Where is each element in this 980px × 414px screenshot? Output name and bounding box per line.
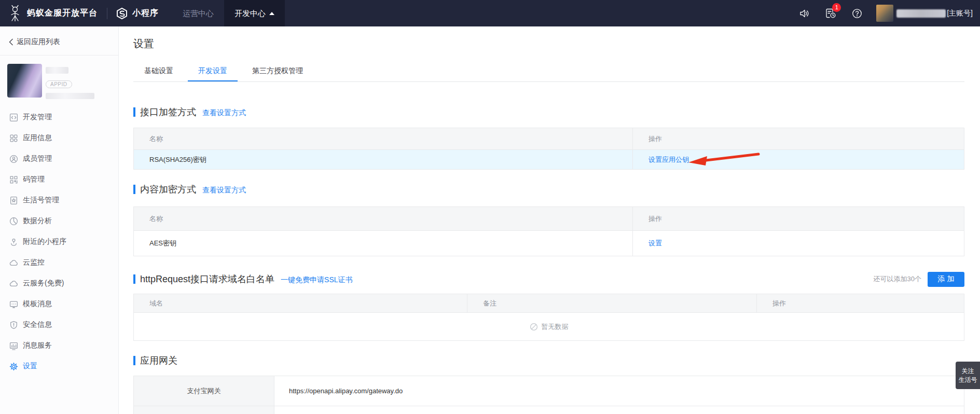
section-content-encryption: 内容加密方式 查看设置方式 名称 操作 AES密钥 设置 (133, 183, 964, 256)
tab-dev-settings[interactable]: 开发设置 (188, 66, 238, 81)
column-header-action: 操作 (632, 128, 964, 149)
sidebar-item-label: 开发管理 (23, 113, 52, 122)
sidebar-item-app-info[interactable]: 应用信息 (0, 128, 118, 148)
main-content: 设置 基础设置 开发设置 第三方授权管理 接口加签方式 查看设置方式 名称 操作… (119, 26, 980, 414)
sidebar-item-label: 码管理 (23, 175, 45, 184)
column-header-name: 名称 (134, 128, 632, 149)
gateway-table: 支付宝网关 https://openapi.alipay.com/gateway… (133, 376, 964, 414)
nav-menu: 运营中心 开发中心 (172, 0, 285, 26)
notification-badge: 1 (832, 3, 841, 12)
sidebar-item-dev-management[interactable]: 开发管理 (0, 107, 118, 128)
view-setup-guide-link[interactable]: 查看设置方式 (202, 186, 246, 195)
caret-up-icon (269, 12, 274, 15)
code-icon (9, 113, 18, 122)
miniprogram-logo-icon (116, 7, 128, 20)
set-aes-key-link[interactable]: 设置 (648, 239, 662, 248)
sidebar-item-template-message[interactable]: 模板消息 (0, 294, 118, 314)
settings-tabs: 基础设置 开发设置 第三方授权管理 (133, 66, 964, 82)
sidebar-item-label: 云监控 (23, 258, 45, 267)
section-title: 内容加密方式 (140, 183, 196, 196)
apply-ssl-cert-link[interactable]: 一键免费申请SSL证书 (281, 275, 352, 285)
monitor-bars-icon (9, 341, 18, 350)
account-avatar[interactable] (876, 5, 893, 22)
section-title: 应用网关 (140, 354, 177, 367)
sidebar-divider (0, 55, 118, 56)
follow-tag-line2: 生活号 (959, 376, 977, 384)
sidebar-item-label: 安全信息 (23, 320, 52, 329)
column-header-name: 名称 (134, 207, 632, 230)
sidebar-item-nearby[interactable]: 附近的小程序 (0, 231, 118, 252)
nav-operations-center[interactable]: 运营中心 (172, 0, 224, 26)
brand-title: 蚂蚁金服开放平台 (27, 8, 98, 19)
sidebar-menu: 开发管理 应用信息 成员管理 码管理 生活号管理 (0, 107, 118, 377)
table-row-rsa-key: RSA(SHA256)密钥 设置应用公钥 (134, 149, 964, 169)
account-name-redacted (896, 9, 946, 18)
app-meta: APPID (46, 64, 94, 99)
set-app-public-key-link[interactable]: 设置应用公钥 (648, 155, 689, 164)
sidebar-item-label: 数据分析 (23, 216, 52, 226)
sidebar-item-members[interactable]: 成员管理 (0, 148, 118, 169)
sidebar-item-label: 云服务(免费) (23, 279, 64, 288)
cloud-icon (9, 258, 18, 267)
sidebar-item-security-info[interactable]: 安全信息 (0, 314, 118, 335)
sidebar-item-label: 附近的小程序 (23, 237, 66, 246)
gateway-label: 支付宝网关 (134, 376, 274, 406)
add-domain-button[interactable]: 添 加 (928, 272, 964, 287)
empty-state-text: 暂无数据 (542, 322, 569, 332)
appid-badge: APPID (46, 80, 72, 88)
speaker-icon[interactable] (798, 8, 810, 19)
app-name-redacted (46, 67, 68, 74)
gateway-label-partial (134, 406, 274, 414)
ant-logo-icon (7, 5, 23, 22)
tab-third-party-auth[interactable]: 第三方授权管理 (242, 66, 313, 81)
rsa-key-name: RSA(SHA256)密钥 (134, 150, 632, 169)
tab-basic-settings[interactable]: 基础设置 (134, 66, 184, 81)
sidebar: 返回应用列表 APPID 开发管理 应用信息 (0, 26, 119, 414)
follow-life-account-tag[interactable]: 关注 生活号 (956, 362, 980, 389)
sidebar-item-cloud-service[interactable]: 云服务(免费) (0, 273, 118, 294)
app-blocks-icon (9, 134, 18, 143)
sidebar-item-message-service[interactable]: 消息服务 (0, 335, 118, 356)
life-account-icon (9, 196, 18, 205)
member-icon (9, 155, 18, 163)
notification-icon[interactable]: 1 (824, 7, 837, 20)
table-row-alipay-gateway: 支付宝网关 https://openapi.alipay.com/gateway… (134, 376, 964, 406)
sidebar-item-label: 模板消息 (23, 299, 52, 309)
brand-area: 蚂蚁金服开放平台 小程序 (7, 5, 159, 22)
app-card: APPID (7, 64, 118, 98)
empty-state: 暂无数据 (134, 312, 964, 340)
sidebar-item-cloud-monitor[interactable]: 云监控 (0, 252, 118, 273)
section-accent-bar (133, 274, 135, 284)
back-link-label: 返回应用列表 (17, 37, 60, 47)
table-row-aes-key: AES密钥 设置 (134, 230, 964, 256)
whitelist-table: 域名 备注 操作 暂无数据 (133, 294, 964, 341)
column-header-remark: 备注 (467, 294, 756, 312)
section-accent-bar (133, 107, 135, 117)
section-accent-bar (133, 356, 135, 365)
sidebar-item-analytics[interactable]: 数据分析 (0, 211, 118, 231)
top-navbar: 蚂蚁金服开放平台 小程序 运营中心 开发中心 (0, 0, 980, 26)
view-setup-guide-link[interactable]: 查看设置方式 (202, 108, 246, 118)
no-data-icon (530, 323, 538, 331)
section-title: 接口加签方式 (140, 106, 196, 118)
section-domain-whitelist: httpRequest接口请求域名白名单 一键免费申请SSL证书 还可以添加30… (133, 272, 964, 341)
section-api-signing: 接口加签方式 查看设置方式 名称 操作 RSA(SHA256)密钥 设置应用公钥 (133, 105, 964, 170)
section-title: httpRequest接口请求域名白名单 (140, 273, 274, 285)
section-accent-bar (133, 185, 135, 194)
sidebar-item-settings[interactable]: 设置 (0, 356, 118, 377)
gear-icon (9, 362, 18, 371)
help-icon[interactable] (851, 8, 863, 19)
aes-key-name: AES密钥 (134, 231, 632, 256)
column-header-domain: 域名 (134, 294, 467, 312)
signing-table: 名称 操作 RSA(SHA256)密钥 设置应用公钥 (133, 128, 964, 170)
column-header-action: 操作 (632, 207, 964, 230)
page-title: 设置 (133, 36, 964, 51)
sidebar-item-label: 应用信息 (23, 133, 52, 143)
product-title[interactable]: 小程序 (132, 8, 159, 19)
chevron-left-icon (10, 39, 13, 45)
nav-dev-center[interactable]: 开发中心 (224, 0, 285, 26)
sidebar-item-life-account[interactable]: 生活号管理 (0, 190, 118, 211)
sidebar-item-qr-management[interactable]: 码管理 (0, 169, 118, 190)
pie-chart-icon (9, 217, 18, 226)
back-to-app-list[interactable]: 返回应用列表 (9, 37, 118, 47)
